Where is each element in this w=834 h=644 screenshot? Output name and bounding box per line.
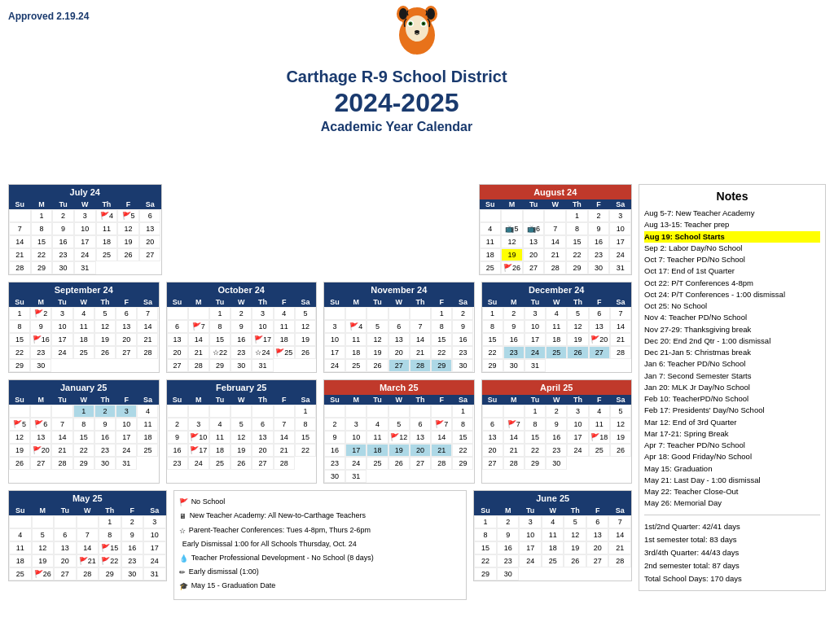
day-cell: 25 [96, 248, 118, 261]
day-cell: 16 [324, 444, 345, 457]
day-cell: 13 [586, 528, 609, 541]
empty-cell [501, 209, 523, 222]
note-item: Nov 4: Teacher PD/No School [644, 312, 820, 323]
legend-text: New Teacher Academy: All New-to-Carthage… [190, 510, 366, 521]
note-item: Apr 18: Good Friday/No School [644, 451, 820, 462]
stat-item: 1st/2nd Quarter: 42/41 days [644, 520, 820, 533]
empty-cell [188, 405, 209, 418]
day-cell: 1 [9, 307, 30, 320]
day-cell: 6 [139, 209, 161, 222]
day-label: Sa [452, 297, 473, 307]
legend-text: No School [191, 496, 226, 507]
day-cell: 15 [431, 333, 452, 346]
day-label: W [544, 199, 566, 209]
note-item: Oct 22: P/T Conferences 4-8pm [644, 278, 820, 289]
day-cell: 21 [503, 444, 525, 457]
day-cell: 6 [252, 418, 273, 431]
day-cell: 11 [9, 541, 32, 554]
day-cell: 20 [482, 444, 503, 457]
day-label: Tu [525, 395, 546, 405]
month-header: July 24 [9, 185, 161, 199]
day-cell: 3 [519, 515, 542, 528]
day-cell: 10 [324, 333, 345, 346]
note-item: Apr 7: Teacher PD/No School [644, 440, 820, 451]
day-cell: 15 [525, 431, 546, 444]
legend-item: ✏ Early dismissal (1:00) [179, 566, 462, 578]
day-cell: 23 [546, 444, 567, 457]
day-cell: 10 [74, 222, 96, 235]
day-cell: 3 [345, 418, 367, 431]
day-cell: 24 [51, 346, 72, 359]
calendar-august: August 24SuMTuWThFSa1234📺5📺6789101112131… [479, 184, 633, 275]
day-cell: 16 [497, 541, 520, 554]
day-cell: 3 [116, 405, 137, 418]
note-item: May 26: Memorial Day [644, 497, 820, 509]
day-cell: 8 [99, 528, 121, 541]
day-cell: 21 [9, 248, 31, 261]
day-label: M [503, 395, 525, 405]
day-label: M [31, 199, 53, 209]
day-cell: 7 [51, 418, 72, 431]
day-cell: 17 [519, 541, 542, 554]
day-label: F [589, 395, 610, 405]
day-cell: 🚩4 [345, 320, 367, 333]
day-cell: 7 [608, 515, 631, 528]
empty-cell [324, 307, 345, 320]
day-cell: 23 [324, 457, 345, 470]
day-label: M [501, 199, 523, 209]
note-item: Nov 27-29: Thanksgiving break [644, 324, 820, 335]
day-cell: 4 [542, 515, 564, 528]
day-cell: 12 [501, 235, 523, 248]
day-cell: 18 [137, 431, 158, 444]
note-item: Oct 24: P/T Conferences - 1:00 dismissal [644, 289, 820, 300]
day-cell: 11 [542, 528, 564, 541]
day-cell: 31 [116, 457, 137, 470]
day-label: Th [410, 395, 431, 405]
empty-cell [209, 405, 230, 418]
day-cell: 13 [589, 320, 610, 333]
day-label: W [74, 199, 96, 209]
day-label: W [546, 297, 567, 307]
note-item: Oct 17: End of 1st Quarter [644, 265, 820, 277]
day-label: Su [324, 395, 345, 405]
day-cell: 30 [324, 470, 345, 483]
day-cell: 11 [546, 320, 567, 333]
day-cell: 8 [525, 418, 546, 431]
day-cell: 25 [73, 346, 94, 359]
legend-item: 🖥 New Teacher Academy: All New-to-Cartha… [179, 510, 462, 522]
legend-text: Early dismissal (1:00) [189, 566, 259, 577]
day-cell: 23 [167, 457, 188, 470]
day-cell: 2 [588, 209, 610, 222]
day-cell: 18 [209, 444, 230, 457]
day-label: W [230, 395, 252, 405]
day-cell: 13 [410, 431, 431, 444]
day-cell: 11 [274, 320, 295, 333]
month-header: December 24 [482, 283, 632, 297]
day-cell: 🚩20 [30, 444, 51, 457]
day-cell: 5 [32, 528, 55, 541]
day-cell: 27 [54, 567, 77, 580]
day-label: Th [410, 297, 431, 307]
note-item: May 21: Last Day - 1:00 dismissal [644, 475, 820, 486]
day-label: Sa [610, 297, 631, 307]
day-label: Su [9, 297, 30, 307]
day-cell: 26 [610, 444, 631, 457]
note-item: Dec 21-Jan 5: Christmas break [644, 347, 820, 358]
day-cell: 29 [566, 261, 588, 274]
day-label: M [32, 506, 55, 515]
day-cell: 26 [567, 346, 588, 359]
day-cell: 🚩26 [501, 261, 523, 274]
day-cell: 21 [410, 346, 431, 359]
day-label: Su [482, 297, 503, 307]
day-cell: 2 [121, 515, 144, 528]
day-cell: 7 [274, 418, 295, 431]
day-cell: 19 [567, 333, 588, 346]
day-cell: 20 [523, 248, 545, 261]
day-cell: 🚩16 [30, 333, 51, 346]
day-label: F [274, 297, 295, 307]
day-label: F [588, 199, 610, 209]
day-cell: 23 [230, 346, 252, 359]
school-name: Carthage R-9 School District [163, 68, 630, 86]
day-cell: 17 [609, 235, 631, 248]
day-cell: 28 [410, 359, 431, 372]
